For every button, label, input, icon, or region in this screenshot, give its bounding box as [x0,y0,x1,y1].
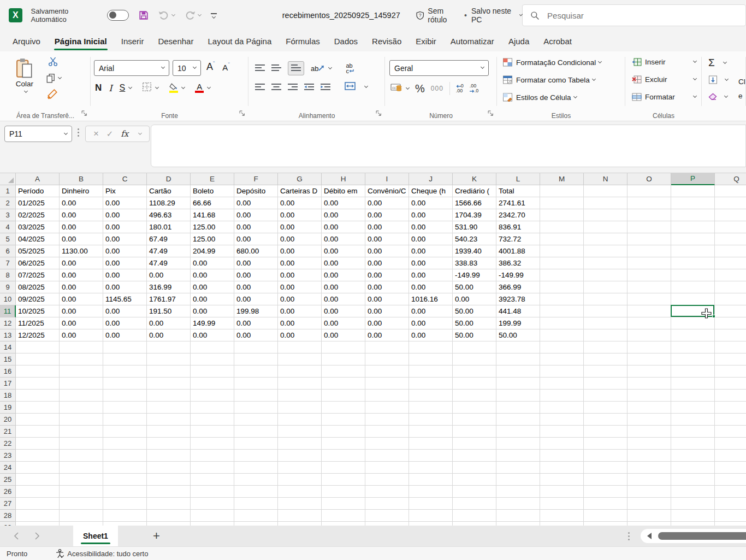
cell-K10[interactable]: 0.00 [453,293,496,305]
cell-K12[interactable]: 50.00 [453,317,496,329]
cell-L2[interactable]: 2741.61 [496,197,540,209]
percent-style-button[interactable]: % [415,82,425,95]
cell-H1[interactable]: Débito em [322,185,365,197]
fill-color-chevron-icon[interactable] [181,85,185,89]
cell-E5[interactable]: 125.00 [191,233,234,245]
align-top-button[interactable] [255,63,265,73]
cell-I10[interactable]: 0.00 [365,293,408,305]
cell-E3[interactable]: 141.68 [191,209,234,221]
column-header-I[interactable]: I [365,173,409,185]
copy-button[interactable] [46,73,61,83]
cell-J4[interactable]: 0.00 [409,221,452,233]
cell-D9[interactable]: 316.99 [147,281,190,293]
cell-F2[interactable]: 0.00 [234,197,277,209]
cell-E1[interactable]: Boleto [191,185,234,197]
cell-I6[interactable]: 0.00 [365,245,408,257]
cell-G5[interactable]: 0.00 [278,233,321,245]
cell-E7[interactable]: 0.00 [191,257,234,269]
enter-button[interactable]: ✓ [106,129,114,139]
undo-button[interactable] [158,10,175,20]
cell-B13[interactable]: 0.00 [60,329,103,341]
alignment-dialog-launcher[interactable] [376,109,382,119]
accessibility-status[interactable]: Acessibilidade: tudo certo [56,549,148,558]
cell-H9[interactable]: 0.00 [322,281,365,293]
row-header-5[interactable]: 5 [0,233,16,245]
cell-A6[interactable]: 05/2025 [16,245,59,257]
column-header-L[interactable]: L [496,173,540,185]
row-header-22[interactable]: 22 [0,438,16,450]
cell-C9[interactable]: 0.00 [103,281,146,293]
cell-D3[interactable]: 496.63 [147,209,190,221]
cell-H5[interactable]: 0.00 [322,233,365,245]
cell-A10[interactable]: 09/2025 [16,293,59,305]
paste-button[interactable]: Colar [15,58,34,92]
column-header-Q[interactable]: Q [715,173,746,185]
cell-K8[interactable]: -149.99 [453,269,496,281]
tab-formulas[interactable]: Fórmulas [279,31,327,51]
cell-E8[interactable]: 0.00 [191,269,234,281]
italic-button[interactable]: I [109,83,112,93]
cell-B2[interactable]: 0.00 [60,197,103,209]
cell-C7[interactable]: 0.00 [103,257,146,269]
cell-I5[interactable]: 0.00 [365,233,408,245]
cell-F9[interactable]: 0.00 [234,281,277,293]
cell-B6[interactable]: 1130.00 [60,245,103,257]
cell-C6[interactable]: 0.00 [103,245,146,257]
cell-L4[interactable]: 836.91 [496,221,540,233]
cell-I2[interactable]: 0.00 [365,197,408,209]
row-header-19[interactable]: 19 [0,402,16,414]
cell-L7[interactable]: 386.32 [496,257,540,269]
cell-I4[interactable]: 0.00 [365,221,408,233]
cell-F4[interactable]: 0.00 [234,221,277,233]
cell-A12[interactable]: 11/2025 [16,317,59,329]
row-header-7[interactable]: 7 [0,257,16,269]
cell-styles-button[interactable]: Estilos de Célula [502,93,577,102]
cell-E12[interactable]: 149.99 [191,317,234,329]
cell-E11[interactable]: 0.00 [191,305,234,317]
cell-H4[interactable]: 0.00 [322,221,365,233]
tab-revisao[interactable]: Revisão [365,31,408,51]
cell-G7[interactable]: 0.00 [278,257,321,269]
increase-decimal-button[interactable]: 0 .00 [456,84,464,93]
horizontal-scrollbar[interactable] [641,529,746,543]
borders-chevron-icon[interactable] [155,85,159,89]
search-input[interactable]: Pesquisar [522,4,746,26]
cell-L5[interactable]: 732.72 [496,233,540,245]
cell-G6[interactable]: 0.00 [278,245,321,257]
cell-B9[interactable]: 0.00 [60,281,103,293]
cell-H6[interactable]: 0.00 [322,245,365,257]
cell-F13[interactable]: 0.00 [234,329,277,341]
cell-K11[interactable]: 50.00 [453,305,496,317]
cell-I12[interactable]: 0.00 [365,317,408,329]
column-header-O[interactable]: O [627,173,671,185]
cell-J6[interactable]: 0.00 [409,245,452,257]
row-header-4[interactable]: 4 [0,221,16,233]
cell-A13[interactable]: 12/2025 [16,329,59,341]
cell-L8[interactable]: -149.99 [496,269,540,281]
cell-H11[interactable]: 0.00 [322,305,365,317]
cell-G13[interactable]: 0.00 [278,329,321,341]
conditional-formatting-button[interactable]: Formatação Condicional [502,58,601,67]
cell-H2[interactable]: 0.00 [322,197,365,209]
row-header-13[interactable]: 13 [0,329,16,341]
decrease-font-button[interactable]: Aˇ [222,62,229,72]
tab-inserir[interactable]: Inserir [114,31,151,51]
undo-dropdown-chevron-icon[interactable] [171,12,175,16]
name-box[interactable]: P11 [4,126,72,142]
fill-handle[interactable] [712,315,715,318]
column-header-E[interactable]: E [191,173,234,185]
tab-ajuda[interactable]: Ajuda [501,31,536,51]
row-header-15[interactable]: 15 [0,353,16,366]
row-header-20[interactable]: 20 [0,414,16,426]
row-header-16[interactable]: 16 [0,366,16,378]
cell-A9[interactable]: 08/2025 [16,281,59,293]
cell-A3[interactable]: 02/2025 [16,209,59,221]
accounting-chevron-icon[interactable] [406,85,410,89]
row-header-29[interactable]: 29 [0,522,16,526]
cell-B8[interactable]: 0.00 [60,269,103,281]
cell-F1[interactable]: Depósito [234,185,277,197]
tab-dados[interactable]: Dados [327,31,365,51]
add-sheet-button[interactable]: + [153,529,160,543]
cell-A5[interactable]: 04/2025 [16,233,59,245]
sensitivity-label[interactable]: Sem rótulo [428,7,460,24]
